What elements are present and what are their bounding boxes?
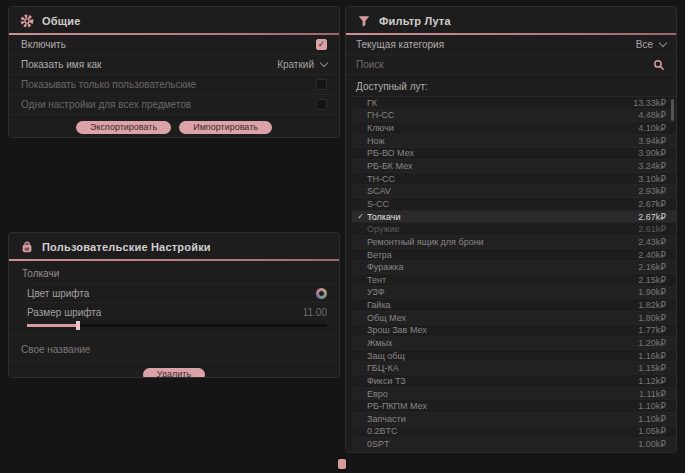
loot-row[interactable]: Оружие2.61k₽ [352, 223, 676, 236]
same-settings-checkbox[interactable]: ✓ [316, 99, 327, 110]
loot-row[interactable]: 0SPT1.00k₽ [352, 438, 676, 451]
loot-row[interactable]: Защ общ1.16k₽ [352, 350, 676, 363]
loot-row[interactable]: ТН-СС3.10k₽ [352, 173, 676, 186]
font-size-value: 11.00 [303, 307, 327, 318]
loot-item-value: 2.67k₽ [638, 199, 666, 209]
loot-item-value: 3.90k₽ [638, 148, 666, 158]
loot-item-name: РБ-ПКПМ Мех [367, 401, 638, 411]
selected-item-label: Толкачи [9, 261, 339, 283]
loot-row[interactable]: Евро1.11k₽ [352, 388, 676, 401]
loot-row[interactable]: Зрош Зав Мех1.77k₽ [352, 325, 676, 338]
export-import-row: Экспортировать Импортировать [9, 121, 339, 134]
loot-item-name: 0SPT [367, 439, 638, 449]
category-dropdown[interactable]: Все [636, 39, 666, 50]
loot-item-value: 2.43k₽ [638, 237, 666, 247]
setting-row-name-display: Показать имя как Краткий [9, 55, 339, 75]
loot-item-name: Гайка [367, 300, 638, 310]
loot-item-value: 1.10k₽ [638, 414, 666, 424]
loot-row[interactable]: Тент2.15k₽ [352, 274, 676, 287]
search-icon[interactable] [651, 57, 666, 72]
loot-row[interactable]: Фуражка2.16k₽ [352, 261, 676, 274]
loot-item-name: Оружие [367, 224, 638, 234]
loot-row[interactable]: ГК13.33k₽ [352, 97, 676, 110]
resize-handle[interactable] [338, 459, 346, 469]
search-row [346, 55, 676, 75]
loot-row[interactable]: Фикси ТЗ1.12k₽ [352, 375, 676, 388]
scrollbar-thumb[interactable] [671, 99, 674, 121]
font-color-label: Цвет шрифта [27, 288, 89, 299]
loot-item-name: Фуражка [367, 262, 638, 272]
loot-row[interactable]: ✓Толкачи2.67k₽ [352, 211, 676, 224]
custom-only-checkbox[interactable]: ✓ [316, 79, 327, 90]
loot-row[interactable]: УЗФ1.90k₽ [352, 287, 676, 300]
loot-row[interactable]: Ветра2.40k₽ [352, 249, 676, 262]
loot-row[interactable]: Гайка1.82k₽ [352, 299, 676, 312]
loot-item-name: Ремонтный ящик для брони [367, 237, 638, 247]
loot-row[interactable]: S-СС2.67k₽ [352, 198, 676, 211]
loot-item-name: Тент [367, 275, 638, 285]
loot-row[interactable]: Ключи4.10k₽ [352, 122, 676, 135]
enable-label: Включить [21, 39, 66, 50]
loot-item-value: 1.05k₽ [638, 426, 666, 436]
loot-item-name: Запчасти [367, 414, 638, 424]
category-row: Текущая категория Все [346, 35, 676, 55]
category-value: Все [636, 39, 653, 50]
loot-list: ГК13.33k₽ГН-СС4.48k₽Ключи4.10k₽Нож3.94k₽… [352, 96, 676, 451]
custom-settings-panel: Пользовательские Настройки Толкачи Цвет … [8, 232, 340, 378]
loot-item-value: 1.15k₽ [638, 363, 666, 373]
name-display-label: Показать имя как [21, 59, 101, 70]
enable-checkbox[interactable]: ✓ [316, 39, 327, 50]
loot-item-name: Толкачи [367, 212, 638, 222]
loot-item-value: 2.67k₽ [638, 212, 666, 222]
font-size-row: Размер шрифта 11.00 [27, 302, 339, 321]
loot-row[interactable]: Жмых1.20k₽ [352, 337, 676, 350]
loot-item-name: ГК [367, 98, 633, 108]
loot-item-name: РБ-ВО Мех [367, 148, 638, 158]
color-wheel-icon[interactable] [316, 288, 327, 299]
font-size-knob[interactable] [76, 321, 80, 330]
custom-only-label: Показывать только пользовательские [21, 79, 196, 90]
loot-item-value: 3.10k₽ [638, 174, 666, 184]
loot-row[interactable]: РБ-ВО Мех3.90k₽ [352, 148, 676, 161]
loot-filter-panel: Фильтр Лута Текущая категория Все Доступ… [345, 6, 677, 453]
loot-row[interactable]: Общ Мех1.80k₽ [352, 312, 676, 325]
loot-item-value: 1.10k₽ [638, 401, 666, 411]
import-button[interactable]: Импортировать [179, 121, 272, 134]
delete-button[interactable]: Удалить [143, 368, 205, 378]
funnel-icon [356, 13, 371, 28]
loot-item-value: 1.00k₽ [638, 439, 666, 449]
backpack-icon [19, 239, 34, 254]
loot-row[interactable]: РБ-БК Мех3.24k₽ [352, 160, 676, 173]
font-size-slider[interactable] [27, 324, 327, 327]
custom-name-input[interactable] [21, 344, 327, 355]
loot-item-name: Общ Мех [367, 313, 638, 323]
name-display-dropdown[interactable]: Краткий [277, 59, 327, 70]
search-input[interactable] [356, 59, 651, 70]
loot-row[interactable]: Ремонтный ящик для брони2.43k₽ [352, 236, 676, 249]
chevron-down-icon [659, 39, 667, 47]
custom-panel-header: Пользовательские Настройки [9, 233, 339, 259]
loot-row[interactable]: SCAV2.93k₽ [352, 185, 676, 198]
loot-row[interactable]: ГБЦ-КА1.15k₽ [352, 362, 676, 375]
gear-icon [19, 13, 34, 28]
loot-item-name: РБ-БК Мех [367, 161, 638, 171]
font-size-fill [27, 324, 78, 327]
font-color-row: Цвет шрифта [27, 283, 339, 302]
general-panel-header: Общие [9, 7, 339, 33]
loot-row[interactable]: ГН-СС4.48k₽ [352, 110, 676, 123]
loot-item-value: 1.11k₽ [639, 389, 666, 399]
export-button[interactable]: Экспортировать [76, 121, 171, 134]
loot-item-value: 3.94k₽ [638, 136, 666, 146]
loot-item-name: ТН-СС [367, 174, 638, 184]
custom-name-row [9, 334, 339, 362]
loot-row[interactable]: 0.2BTC1.05k₽ [352, 426, 676, 439]
loot-row[interactable]: Нож3.94k₽ [352, 135, 676, 148]
loot-item-name: S-СС [367, 199, 638, 209]
loot-item-value: 1.16k₽ [638, 351, 666, 361]
loot-item-value: 2.16k₽ [638, 262, 666, 272]
loot-row[interactable]: РБ-ПКПМ Мех1.10k₽ [352, 400, 676, 413]
loot-row[interactable]: Запчасти1.10k₽ [352, 413, 676, 426]
loot-item-name: SCAV [367, 186, 638, 196]
loot-item-value: 1.82k₽ [638, 300, 666, 310]
custom-panel-title: Пользовательские Настройки [42, 241, 211, 253]
